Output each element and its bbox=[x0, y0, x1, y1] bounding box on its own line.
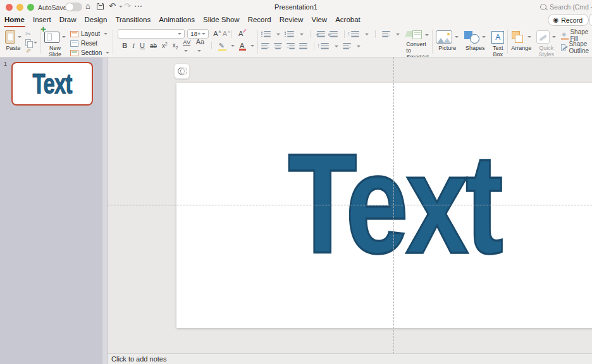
text-box-icon: A bbox=[491, 31, 504, 44]
arrange-label: Arrange bbox=[511, 45, 531, 51]
align-left-button[interactable] bbox=[261, 43, 269, 49]
section-button[interactable]: Section bbox=[70, 49, 109, 57]
new-slide-button[interactable]: New Slide bbox=[44, 29, 66, 58]
shape-outline-button[interactable]: Shape Outline bbox=[561, 43, 592, 52]
change-case-button[interactable]: Aa bbox=[196, 38, 204, 53]
tab-review[interactable]: Review bbox=[280, 14, 304, 26]
shape-fill-icon bbox=[561, 32, 567, 39]
text-direction-button[interactable] bbox=[321, 43, 329, 49]
columns-button[interactable] bbox=[382, 31, 390, 37]
reset-button[interactable]: Reset bbox=[70, 39, 109, 47]
bullets-button[interactable] bbox=[261, 31, 271, 37]
search-placeholder: Search (Cmd + bbox=[550, 3, 592, 11]
chevron-down-icon bbox=[455, 36, 459, 38]
quick-styles-label-2: Styles bbox=[539, 51, 555, 58]
subscript-button[interactable]: x2 bbox=[173, 42, 178, 50]
character-spacing-button[interactable]: AV bbox=[183, 38, 190, 53]
paste-button[interactable]: Paste bbox=[5, 29, 22, 55]
tab-animations[interactable]: Animations bbox=[159, 14, 195, 26]
picture-button[interactable]: Picture bbox=[436, 29, 459, 58]
sup-mark: 2 bbox=[165, 42, 168, 46]
format-painter-icon bbox=[25, 49, 31, 54]
divider bbox=[344, 30, 345, 38]
slide-1-thumbnail[interactable]: Text bbox=[11, 62, 93, 106]
text-box-button[interactable]: A Text Box bbox=[491, 29, 504, 58]
font-size-combobox[interactable]: 18+ bbox=[187, 29, 209, 39]
shrink-font-button[interactable]: A˅ bbox=[223, 30, 227, 38]
tab-design[interactable]: Design bbox=[85, 14, 108, 26]
share-button-partial[interactable] bbox=[589, 14, 592, 26]
highlight-color-bar bbox=[218, 49, 226, 51]
slide-thumbnail-panel: 1 Text bbox=[0, 58, 108, 364]
layout-label: Layout bbox=[81, 30, 100, 37]
arrange-icon bbox=[511, 31, 525, 44]
slide-page[interactable] bbox=[176, 83, 592, 328]
italic-button[interactable]: I bbox=[132, 42, 135, 50]
chevron-down-icon bbox=[231, 45, 235, 47]
group-divider bbox=[507, 30, 508, 54]
layout-button[interactable]: Layout bbox=[70, 30, 109, 38]
tab-acrobat[interactable]: Acrobat bbox=[335, 14, 361, 26]
chevron-down-icon bbox=[197, 50, 201, 52]
scissors-icon: ✂ bbox=[25, 30, 30, 37]
tab-transitions[interactable]: Transitions bbox=[115, 14, 151, 26]
chevron-down-icon bbox=[34, 42, 37, 44]
format-painter-button[interactable] bbox=[25, 48, 37, 55]
shape-fill-button[interactable]: Shape Fill bbox=[561, 31, 592, 40]
tab-draw[interactable]: Draw bbox=[59, 14, 77, 26]
align-right-button[interactable] bbox=[287, 43, 295, 49]
copilot-button[interactable] bbox=[174, 63, 190, 79]
shapes-button[interactable]: Shapes bbox=[464, 29, 486, 58]
tab-insert[interactable]: Insert bbox=[33, 14, 51, 26]
shrink-font-glyph: A bbox=[223, 30, 227, 37]
shapes-label: Shapes bbox=[466, 45, 485, 51]
chevron-down-icon bbox=[482, 36, 486, 38]
record-button[interactable]: ◉ Record bbox=[548, 14, 589, 26]
chevron-down-icon bbox=[300, 33, 304, 35]
panel-scrollbar[interactable] bbox=[102, 58, 107, 364]
clear-formatting-button[interactable]: A bbox=[238, 30, 243, 38]
search-field[interactable]: Search (Cmd + bbox=[540, 3, 592, 11]
underline-button[interactable]: U bbox=[140, 42, 145, 50]
horizontal-guide-line bbox=[108, 205, 592, 205]
align-text-button[interactable] bbox=[343, 43, 351, 49]
bold-button[interactable]: B bbox=[122, 42, 127, 50]
grow-font-button[interactable]: A˄ bbox=[213, 30, 218, 38]
tab-view[interactable]: View bbox=[311, 14, 327, 26]
smartart-icon bbox=[406, 29, 422, 40]
quick-styles-button[interactable]: Quick Styles bbox=[536, 29, 556, 58]
tab-home[interactable]: Home bbox=[4, 14, 25, 26]
main-area: 1 Text Text Click to add notes bbox=[0, 58, 592, 364]
chevron-down-icon bbox=[365, 33, 369, 35]
chevron-down-icon bbox=[178, 33, 182, 35]
chevron-down-icon bbox=[104, 33, 108, 35]
font-name-combobox[interactable] bbox=[118, 29, 185, 39]
convert-to-smartart-button[interactable]: Convert to SmartArt bbox=[406, 29, 429, 58]
chevron-down-icon bbox=[202, 33, 206, 35]
decrease-indent-button[interactable] bbox=[317, 31, 325, 37]
chevron-down-icon bbox=[527, 36, 531, 38]
shapes-icon bbox=[464, 31, 479, 44]
font-color-button[interactable]: A bbox=[240, 42, 244, 49]
tab-slide-show[interactable]: Slide Show bbox=[203, 14, 240, 26]
arrange-button[interactable]: Arrange bbox=[511, 29, 531, 58]
line-spacing-button[interactable] bbox=[351, 31, 359, 37]
slide-canvas[interactable]: Text Click to add notes bbox=[108, 58, 592, 364]
divider bbox=[314, 42, 314, 50]
justify-button[interactable] bbox=[299, 43, 307, 49]
copy-button[interactable] bbox=[25, 39, 37, 46]
increase-indent-button[interactable] bbox=[330, 31, 338, 37]
strikethrough-button[interactable]: ab bbox=[150, 42, 157, 50]
sub-mark: 2 bbox=[176, 46, 178, 50]
chevron-down-icon bbox=[106, 52, 109, 54]
text-highlight-button[interactable]: ✎ bbox=[219, 42, 225, 50]
superscript-button[interactable]: x2 bbox=[162, 42, 168, 49]
slide-layout-buttons: Layout Reset Section bbox=[70, 29, 109, 58]
cut-button[interactable]: ✂ bbox=[25, 30, 37, 37]
paste-clipboard-icon bbox=[5, 30, 15, 44]
notes-pane[interactable]: Click to add notes bbox=[108, 353, 592, 364]
titlebar: AutoSave ⌂ ↶ ↷ ⋯ Presentation1 Search (C… bbox=[0, 0, 592, 14]
numbering-button[interactable] bbox=[285, 31, 294, 37]
tab-record[interactable]: Record bbox=[248, 14, 271, 26]
align-center-button[interactable] bbox=[274, 43, 282, 49]
